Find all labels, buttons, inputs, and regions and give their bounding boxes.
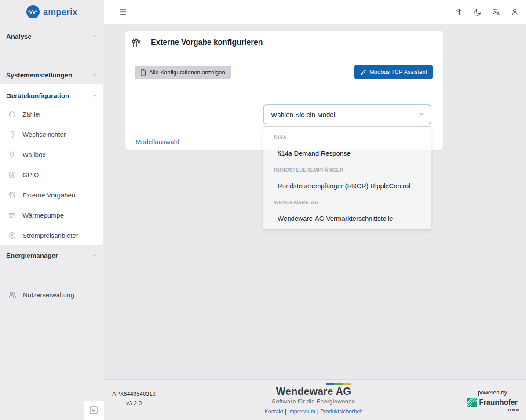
sidebar-item-strompreisanbieter[interactable]: S Strompreisanbieter	[0, 225, 103, 245]
dropdown-group-header: RUNDSTEUEREMPFÄNGER	[263, 161, 431, 178]
page-title: Externe Vorgabe konfigurieren	[151, 38, 263, 47]
sidebar-item-wechselrichter[interactable]: Wechselrichter	[0, 124, 103, 144]
powered-by-label: powered by	[465, 389, 520, 396]
model-select-label: Modellauswahl	[135, 138, 179, 146]
wand-icon	[360, 69, 366, 75]
wendeware-color-bar	[326, 383, 351, 385]
price-circle-icon: S	[8, 232, 16, 239]
sidebar-section-geraetekonfiguration[interactable]: Gerätekonfiguration	[0, 89, 104, 102]
collapse-sidebar-icon	[89, 406, 98, 415]
chevron-down-icon	[92, 252, 98, 258]
fraunhofer-unit: ITWM	[508, 408, 519, 412]
svg-text:S: S	[11, 233, 13, 237]
link-produktsicherheit[interactable]: Produktsicherheit	[320, 409, 363, 415]
model-select-value: Wählen Sie ein Modell	[271, 111, 336, 118]
link-impressum[interactable]: Impressum	[288, 409, 315, 415]
model-select[interactable]: Wählen Sie ein Modell	[263, 104, 431, 124]
sidebar-item-externe-vorgaben[interactable]: Externe Vorgaben	[0, 185, 103, 205]
sliders-icon	[8, 191, 16, 199]
chevron-up-icon	[92, 93, 98, 99]
link-kontakt[interactable]: Kontakt	[264, 409, 283, 415]
swap-circle-icon	[8, 171, 16, 179]
sidebar: amperix Analyse Systemeinstellungen Gerä…	[0, 0, 104, 420]
chevron-down-icon	[92, 33, 98, 39]
plug-icon	[8, 151, 16, 158]
sidebar-section-systemeinstellungen[interactable]: Systemeinstellungen	[0, 69, 104, 81]
device-id: APX6449540318	[104, 389, 164, 398]
dropdown-option-wendeware-vermarkterschnittstelle[interactable]: Wendeware-AG Vermarkterschnittstelle	[263, 210, 431, 226]
sidebar-expanded-panel: Gerätekonfiguration Zähler	[0, 84, 103, 245]
footer: APX6449540318 v3.2.0 Wendeware AG Softwa…	[104, 379, 526, 420]
menu-toggle-button[interactable]	[117, 6, 129, 18]
hamburger-icon	[119, 9, 127, 15]
brand-name: amperix	[43, 7, 77, 17]
dropdown-option-rundsteuerempfaenger[interactable]: Rundsteuerempfänger (RRCR) RippleControl	[263, 178, 431, 194]
app-version: v3.2.0	[104, 398, 164, 408]
card-header: Externe Vorgabe konfigurieren	[125, 31, 443, 54]
show-all-configurations-button[interactable]: Alle Konfigurationen anzeigen	[135, 66, 231, 79]
sidebar-item-zaehler[interactable]: Zähler	[0, 104, 103, 124]
sidebar-item-gpio[interactable]: GPIO	[0, 164, 103, 185]
collapse-sidebar-button[interactable]	[84, 401, 104, 420]
fraunhofer-name: Fraunhofer	[479, 398, 518, 407]
sidebar-section-energiemanager[interactable]: Energiemanager	[0, 249, 104, 261]
gauge-icon	[8, 110, 16, 118]
waveform-circle-icon	[26, 5, 40, 18]
footer-links: Kontakt|Impressum|Produktsicherheit	[230, 409, 397, 415]
heatpump-icon	[8, 212, 16, 219]
modbus-tcp-assistant-button[interactable]: Modbus TCP Assistent	[354, 65, 433, 79]
signpost-icon[interactable]	[453, 5, 466, 18]
users-icon	[8, 291, 16, 299]
user-icon[interactable]	[508, 5, 521, 18]
dropdown-group-header: §14A	[263, 129, 431, 145]
topbar	[104, 0, 526, 24]
chevron-down-icon	[92, 72, 98, 78]
sidebar-item-waermepumpe[interactable]: Wärmepumpe	[0, 205, 103, 225]
document-icon	[140, 69, 146, 76]
sidebar-section-analyse[interactable]: Analyse	[0, 30, 104, 42]
company-tagline: Software für die Energiewende	[265, 398, 362, 405]
moon-icon[interactable]	[471, 5, 484, 18]
fraunhofer-logo-icon	[467, 398, 477, 407]
dropdown-group-header: WENDEWARE-AG	[263, 194, 431, 210]
model-dropdown-list: §14A §14a Demand Response RUNDSTEUEREMPF…	[263, 126, 431, 230]
sidebar-item-nutzerverwaltung[interactable]: Nutzerverwaltung	[0, 289, 104, 301]
chevron-up-icon	[418, 111, 424, 117]
brand-logo[interactable]: amperix	[0, 0, 104, 24]
dropdown-option-14a-demand-response[interactable]: §14a Demand Response	[263, 145, 431, 161]
sidebar-item-wallbox[interactable]: Wallbox	[0, 144, 103, 164]
battery-icon	[8, 131, 16, 138]
translate-icon[interactable]	[489, 5, 503, 18]
sliders-icon	[132, 38, 141, 47]
company-name: Wendeware AG	[265, 386, 362, 398]
